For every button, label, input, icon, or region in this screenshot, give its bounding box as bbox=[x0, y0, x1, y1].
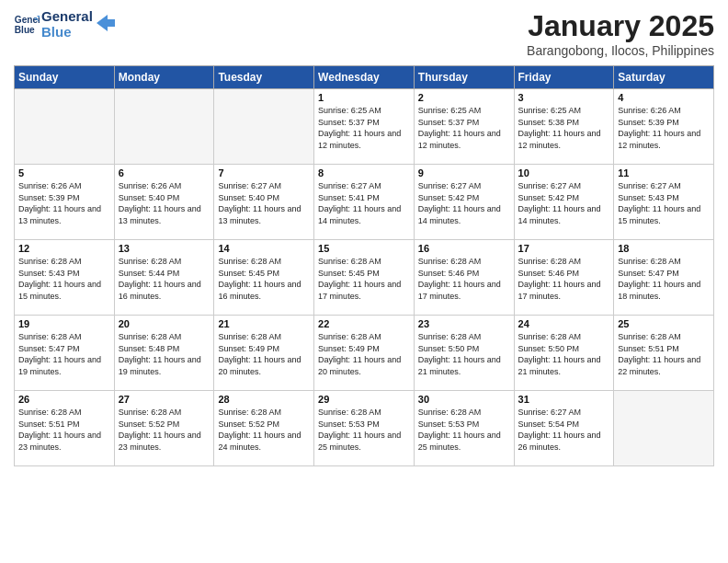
day-info: Sunrise: 6:26 AMSunset: 5:39 PMDaylight:… bbox=[18, 180, 110, 226]
logo-line1: General bbox=[41, 9, 93, 25]
calendar-day-cell: 13Sunrise: 6:28 AMSunset: 5:44 PMDayligh… bbox=[114, 240, 214, 316]
calendar-day-cell: 12Sunrise: 6:28 AMSunset: 5:43 PMDayligh… bbox=[15, 240, 115, 316]
day-info: Sunrise: 6:28 AMSunset: 5:46 PMDaylight:… bbox=[518, 256, 610, 302]
day-info: Sunrise: 6:28 AMSunset: 5:51 PMDaylight:… bbox=[18, 407, 110, 453]
calendar-day-cell: 15Sunrise: 6:28 AMSunset: 5:45 PMDayligh… bbox=[314, 240, 415, 316]
calendar-day-cell: 30Sunrise: 6:28 AMSunset: 5:53 PMDayligh… bbox=[414, 391, 514, 466]
day-number: 29 bbox=[318, 394, 410, 405]
calendar-table: SundayMondayTuesdayWednesdayThursdayFrid… bbox=[14, 65, 714, 466]
logo-icon: General Blue bbox=[14, 12, 40, 38]
calendar-day-cell: 19Sunrise: 6:28 AMSunset: 5:47 PMDayligh… bbox=[15, 316, 115, 391]
day-number: 4 bbox=[618, 92, 710, 103]
calendar-day-cell: 9Sunrise: 6:27 AMSunset: 5:42 PMDaylight… bbox=[414, 165, 514, 240]
day-info: Sunrise: 6:28 AMSunset: 5:45 PMDaylight:… bbox=[318, 256, 410, 302]
calendar-day-cell: 29Sunrise: 6:28 AMSunset: 5:53 PMDayligh… bbox=[314, 391, 415, 466]
calendar-day-cell bbox=[214, 89, 314, 165]
calendar-day-cell: 1Sunrise: 6:25 AMSunset: 5:37 PMDaylight… bbox=[314, 89, 415, 165]
day-info: Sunrise: 6:28 AMSunset: 5:53 PMDaylight:… bbox=[318, 407, 410, 453]
day-number: 5 bbox=[18, 167, 110, 178]
day-info: Sunrise: 6:27 AMSunset: 5:42 PMDaylight:… bbox=[518, 180, 610, 226]
day-info: Sunrise: 6:26 AMSunset: 5:39 PMDaylight:… bbox=[618, 105, 710, 151]
weekday-header-cell: Wednesday bbox=[314, 66, 415, 89]
calendar-day-cell: 23Sunrise: 6:28 AMSunset: 5:50 PMDayligh… bbox=[414, 316, 514, 391]
svg-text:General: General bbox=[15, 15, 40, 25]
month-title: January 2025 bbox=[527, 9, 714, 43]
day-number: 10 bbox=[518, 167, 610, 178]
day-info: Sunrise: 6:27 AMSunset: 5:42 PMDaylight:… bbox=[418, 180, 510, 226]
day-info: Sunrise: 6:25 AMSunset: 5:37 PMDaylight:… bbox=[418, 105, 510, 151]
day-number: 13 bbox=[119, 243, 210, 254]
title-block: January 2025 Barangobong, Ilocos, Philip… bbox=[527, 9, 714, 58]
day-number: 1 bbox=[318, 92, 410, 103]
calendar-day-cell: 11Sunrise: 6:27 AMSunset: 5:43 PMDayligh… bbox=[614, 165, 714, 240]
calendar-day-cell: 21Sunrise: 6:28 AMSunset: 5:49 PMDayligh… bbox=[214, 316, 314, 391]
day-number: 15 bbox=[318, 243, 410, 254]
day-number: 7 bbox=[218, 167, 310, 178]
calendar-week-row: 5Sunrise: 6:26 AMSunset: 5:39 PMDaylight… bbox=[15, 165, 714, 240]
day-number: 30 bbox=[418, 394, 510, 405]
day-number: 31 bbox=[518, 394, 610, 405]
svg-marker-4 bbox=[97, 15, 115, 31]
calendar-day-cell: 10Sunrise: 6:27 AMSunset: 5:42 PMDayligh… bbox=[514, 165, 614, 240]
day-info: Sunrise: 6:25 AMSunset: 5:37 PMDaylight:… bbox=[318, 105, 410, 151]
calendar-day-cell bbox=[114, 89, 214, 165]
calendar-day-cell: 6Sunrise: 6:26 AMSunset: 5:40 PMDaylight… bbox=[114, 165, 214, 240]
header: General Blue General Blue January 2025 B… bbox=[14, 9, 714, 58]
day-number: 3 bbox=[518, 92, 610, 103]
day-number: 16 bbox=[418, 243, 510, 254]
day-info: Sunrise: 6:28 AMSunset: 5:45 PMDaylight:… bbox=[218, 256, 310, 302]
day-info: Sunrise: 6:27 AMSunset: 5:54 PMDaylight:… bbox=[518, 407, 610, 453]
day-info: Sunrise: 6:28 AMSunset: 5:47 PMDaylight:… bbox=[618, 256, 710, 302]
logo-line2: Blue bbox=[41, 25, 93, 40]
calendar-day-cell: 17Sunrise: 6:28 AMSunset: 5:46 PMDayligh… bbox=[514, 240, 614, 316]
day-number: 24 bbox=[518, 318, 610, 329]
calendar-week-row: 19Sunrise: 6:28 AMSunset: 5:47 PMDayligh… bbox=[15, 316, 714, 391]
weekday-header-cell: Sunday bbox=[15, 66, 115, 89]
day-number: 22 bbox=[318, 318, 410, 329]
calendar-week-row: 12Sunrise: 6:28 AMSunset: 5:43 PMDayligh… bbox=[15, 240, 714, 316]
calendar-body: 1Sunrise: 6:25 AMSunset: 5:37 PMDaylight… bbox=[15, 89, 714, 466]
day-info: Sunrise: 6:28 AMSunset: 5:43 PMDaylight:… bbox=[18, 256, 110, 302]
location-subtitle: Barangobong, Ilocos, Philippines bbox=[527, 43, 714, 58]
day-number: 27 bbox=[119, 394, 210, 405]
calendar-day-cell: 16Sunrise: 6:28 AMSunset: 5:46 PMDayligh… bbox=[414, 240, 514, 316]
day-number: 23 bbox=[418, 318, 510, 329]
day-info: Sunrise: 6:28 AMSunset: 5:50 PMDaylight:… bbox=[518, 331, 610, 377]
day-number: 11 bbox=[618, 167, 710, 178]
day-info: Sunrise: 6:28 AMSunset: 5:49 PMDaylight:… bbox=[318, 331, 410, 377]
day-info: Sunrise: 6:28 AMSunset: 5:44 PMDaylight:… bbox=[119, 256, 210, 302]
day-number: 6 bbox=[119, 167, 210, 178]
day-number: 8 bbox=[318, 167, 410, 178]
calendar-day-cell: 26Sunrise: 6:28 AMSunset: 5:51 PMDayligh… bbox=[15, 391, 115, 466]
day-info: Sunrise: 6:27 AMSunset: 5:40 PMDaylight:… bbox=[218, 180, 310, 226]
calendar-day-cell: 7Sunrise: 6:27 AMSunset: 5:40 PMDaylight… bbox=[214, 165, 314, 240]
day-number: 21 bbox=[218, 318, 310, 329]
day-info: Sunrise: 6:28 AMSunset: 5:46 PMDaylight:… bbox=[418, 256, 510, 302]
day-number: 18 bbox=[618, 243, 710, 254]
day-info: Sunrise: 6:26 AMSunset: 5:40 PMDaylight:… bbox=[119, 180, 210, 226]
weekday-header-cell: Tuesday bbox=[214, 66, 314, 89]
calendar-day-cell bbox=[614, 391, 714, 466]
day-info: Sunrise: 6:28 AMSunset: 5:52 PMDaylight:… bbox=[218, 407, 310, 453]
day-number: 17 bbox=[518, 243, 610, 254]
calendar-day-cell: 20Sunrise: 6:28 AMSunset: 5:48 PMDayligh… bbox=[114, 316, 214, 391]
day-info: Sunrise: 6:28 AMSunset: 5:51 PMDaylight:… bbox=[618, 331, 710, 377]
day-number: 26 bbox=[18, 394, 110, 405]
calendar-day-cell: 18Sunrise: 6:28 AMSunset: 5:47 PMDayligh… bbox=[614, 240, 714, 316]
day-number: 14 bbox=[218, 243, 310, 254]
calendar-week-row: 1Sunrise: 6:25 AMSunset: 5:37 PMDaylight… bbox=[15, 89, 714, 165]
day-info: Sunrise: 6:27 AMSunset: 5:43 PMDaylight:… bbox=[618, 180, 710, 226]
day-number: 19 bbox=[18, 318, 110, 329]
calendar-day-cell bbox=[15, 89, 115, 165]
day-info: Sunrise: 6:27 AMSunset: 5:41 PMDaylight:… bbox=[318, 180, 410, 226]
page: General Blue General Blue January 2025 B… bbox=[0, 0, 728, 563]
day-info: Sunrise: 6:28 AMSunset: 5:52 PMDaylight:… bbox=[119, 407, 210, 453]
logo: General Blue General Blue bbox=[14, 9, 115, 40]
weekday-header-cell: Thursday bbox=[414, 66, 514, 89]
day-number: 12 bbox=[18, 243, 110, 254]
weekday-header-row: SundayMondayTuesdayWednesdayThursdayFrid… bbox=[15, 66, 714, 89]
svg-text:Blue: Blue bbox=[15, 25, 35, 35]
calendar-day-cell: 28Sunrise: 6:28 AMSunset: 5:52 PMDayligh… bbox=[214, 391, 314, 466]
day-info: Sunrise: 6:28 AMSunset: 5:50 PMDaylight:… bbox=[418, 331, 510, 377]
calendar-day-cell: 31Sunrise: 6:27 AMSunset: 5:54 PMDayligh… bbox=[514, 391, 614, 466]
